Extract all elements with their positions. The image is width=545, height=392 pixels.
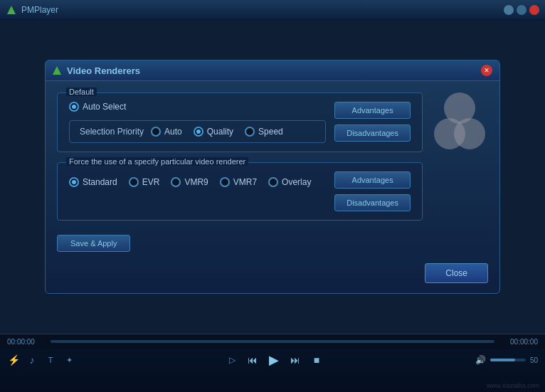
priority-speed-item[interactable]: Speed xyxy=(245,127,283,137)
renderer-standard-radio[interactable] xyxy=(69,177,79,187)
renderer-vmr9-radio[interactable] xyxy=(171,177,181,187)
venn-circle-right xyxy=(454,118,485,149)
save-apply-container: Save & Apply xyxy=(57,231,423,252)
renderer-section-content: Standard EVR VMR9 xyxy=(69,171,326,187)
bottom-brand: www.xiazaiba.com xyxy=(487,382,539,389)
time-right: 00:00:00 xyxy=(499,338,538,346)
renderer-section: Force the use of a specify particular vi… xyxy=(57,162,423,221)
auto-select-label: Auto Select xyxy=(83,102,126,112)
renderer-evr-radio[interactable] xyxy=(129,177,139,187)
priority-quality-label: Quality xyxy=(207,127,233,137)
renderer-vmr7-item[interactable]: VMR7 xyxy=(220,177,257,187)
renderer-disadvantages-button[interactable]: Disadvantages xyxy=(334,194,411,211)
volume-area: 🔊 50 xyxy=(475,355,538,365)
renderer-advantages-button[interactable]: Advantages xyxy=(334,171,411,189)
stop-button[interactable]: ■ xyxy=(309,352,324,368)
main-area: Video Renderers Default Auto Select xyxy=(0,20,545,334)
renderer-standard-item[interactable]: Standard xyxy=(69,177,117,187)
progress-track[interactable] xyxy=(51,340,494,343)
renderer-overlay-radio[interactable] xyxy=(268,177,278,187)
renderer-overlay-label: Overlay xyxy=(282,177,311,187)
window-controls xyxy=(504,5,539,15)
open-file-icon[interactable]: ▷ xyxy=(226,354,239,366)
close-window-button[interactable] xyxy=(529,5,539,15)
minimize-button[interactable] xyxy=(504,5,514,15)
venn-diagram xyxy=(431,92,488,149)
default-advantage-btns: Advantages Disadvantages xyxy=(334,102,411,142)
play-button[interactable]: ▶ xyxy=(266,352,282,368)
dialog-footer: Close xyxy=(46,263,499,293)
settings-icon[interactable]: ✦ xyxy=(63,354,75,366)
dialog-title: Video Renderers xyxy=(67,65,481,76)
selection-priority-label: Selection Priority xyxy=(80,127,144,137)
priority-auto-label: Auto xyxy=(164,127,182,137)
selection-priority-box: Selection Priority Auto Quality xyxy=(69,120,326,143)
title-bar: PMPlayer xyxy=(0,0,545,20)
priority-auto-radio[interactable] xyxy=(151,127,161,137)
volume-number: 50 xyxy=(530,356,538,364)
controls-bar: ⚡ ♪ T ✦ ▷ ⏮ ▶ ⏭ ■ 🔊 50 xyxy=(0,349,545,371)
dialog: Video Renderers Default Auto Select xyxy=(45,60,500,294)
priority-quality-item[interactable]: Quality xyxy=(194,127,233,137)
renderer-vmr9-item[interactable]: VMR9 xyxy=(171,177,208,187)
dialog-icon xyxy=(53,66,61,75)
default-disadvantages-button[interactable]: Disadvantages xyxy=(334,125,411,142)
renderer-evr-label: EVR xyxy=(142,177,160,187)
svg-marker-0 xyxy=(7,6,16,14)
dialog-content: Default Auto Select Selection Priority xyxy=(57,92,423,252)
volume-fill xyxy=(490,359,515,361)
renderer-section-label: Force the use of a specify particular vi… xyxy=(66,157,248,166)
close-button[interactable]: Close xyxy=(425,263,488,283)
renderer-overlay-item[interactable]: Overlay xyxy=(268,177,311,187)
renderer-advantage-btns: Advantages Disadvantages xyxy=(334,171,411,211)
next-button[interactable]: ⏭ xyxy=(287,352,303,368)
dialog-close-x-button[interactable] xyxy=(481,65,492,76)
renderer-radio-group: Standard EVR VMR9 xyxy=(69,177,326,187)
auto-select-radio[interactable] xyxy=(69,102,79,112)
music-icon[interactable]: ♪ xyxy=(26,354,38,366)
time-left: 00:00:00 xyxy=(7,338,46,346)
priority-quality-radio[interactable] xyxy=(194,127,203,137)
default-advantages-button[interactable]: Advantages xyxy=(334,102,411,119)
text-icon[interactable]: T xyxy=(44,354,57,366)
default-section: Default Auto Select Selection Priority xyxy=(57,92,423,152)
renderer-section-top: Standard EVR VMR9 xyxy=(69,171,411,211)
volume-icon[interactable]: 🔊 xyxy=(475,355,486,365)
renderer-vmr7-label: VMR7 xyxy=(233,177,257,187)
priority-radio-group: Auto Quality Speed xyxy=(151,127,283,137)
priority-auto-item[interactable]: Auto xyxy=(151,127,182,137)
renderer-evr-item[interactable]: EVR xyxy=(129,177,160,187)
default-section-label: Default xyxy=(66,88,97,96)
renderer-vmr9-label: VMR9 xyxy=(184,177,208,187)
app-title: PMPlayer xyxy=(21,5,504,15)
dialog-title-bar: Video Renderers xyxy=(46,60,499,81)
dialog-body: Default Auto Select Selection Priority xyxy=(46,81,499,263)
auto-select-item[interactable]: Auto Select xyxy=(69,102,326,112)
priority-speed-label: Speed xyxy=(258,127,283,137)
priority-speed-radio[interactable] xyxy=(245,127,255,137)
player-bar: 00:00:00 00:00:00 ⚡ ♪ T ✦ ▷ ⏮ ▶ ⏭ ■ 🔊 50… xyxy=(0,334,545,392)
app-icon xyxy=(6,4,17,16)
default-section-top: Auto Select Selection Priority Auto xyxy=(69,102,411,143)
center-controls: ▷ ⏮ ▶ ⏭ ■ xyxy=(226,352,324,368)
progress-bar-container: 00:00:00 00:00:00 xyxy=(0,334,545,349)
maximize-button[interactable] xyxy=(517,5,527,15)
renderer-vmr7-radio[interactable] xyxy=(220,177,230,187)
renderer-standard-label: Standard xyxy=(83,177,117,187)
power-icon[interactable]: ⚡ xyxy=(7,354,20,366)
save-apply-button[interactable]: Save & Apply xyxy=(57,235,130,252)
prev-button[interactable]: ⏮ xyxy=(245,352,260,368)
volume-track[interactable] xyxy=(490,359,526,361)
default-section-content: Auto Select Selection Priority Auto xyxy=(69,102,326,143)
